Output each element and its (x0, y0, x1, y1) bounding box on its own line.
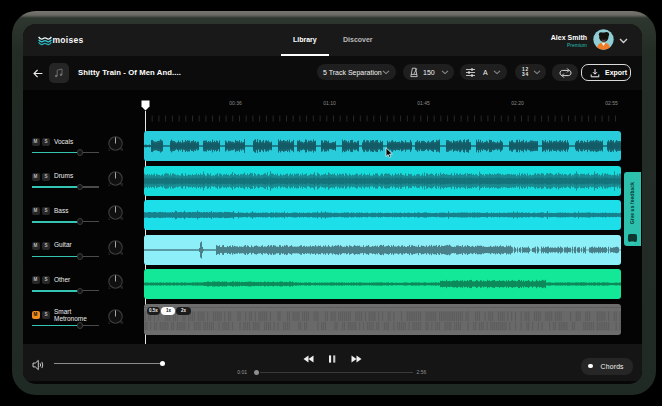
svg-text:R: R (120, 321, 123, 325)
svg-text:R: R (120, 287, 123, 291)
svg-text:L: L (108, 252, 110, 256)
svg-text:L: L (108, 287, 110, 291)
svg-text:L: L (108, 148, 110, 152)
svg-text:R: R (120, 148, 123, 152)
svg-text:L: L (108, 217, 110, 221)
svg-text:L: L (108, 183, 110, 187)
svg-text:R: R (120, 183, 123, 187)
svg-text:R: R (120, 217, 123, 221)
svg-text:L: L (108, 321, 110, 325)
svg-text:R: R (120, 252, 123, 256)
